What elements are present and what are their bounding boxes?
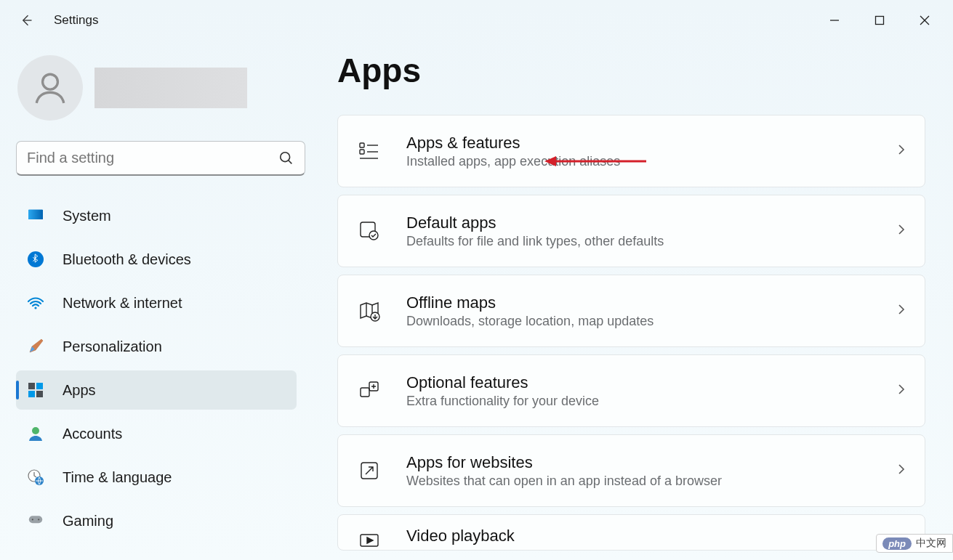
svg-rect-9	[28, 391, 35, 397]
sidebar-item-label: Gaming	[63, 513, 113, 529]
apps-websites-icon	[355, 457, 383, 484]
search-icon	[278, 150, 294, 166]
sidebar-item-system[interactable]: System	[16, 196, 297, 235]
optional-features-icon	[355, 377, 383, 405]
user-name-redacted	[95, 68, 247, 108]
svg-rect-14	[29, 516, 42, 523]
card-title: Default apps	[406, 214, 664, 232]
titlebar: Settings	[0, 0, 953, 41]
svg-point-5	[28, 251, 44, 267]
user-icon	[32, 70, 68, 106]
sidebar-item-bluetooth[interactable]: Bluetooth & devices	[16, 240, 297, 279]
card-desc: Defaults for file and link types, other …	[406, 234, 664, 249]
main-content: Apps Apps & features Installed apps, app…	[313, 41, 953, 560]
default-apps-icon	[355, 217, 383, 245]
card-video-playback[interactable]: Video playback	[337, 514, 925, 551]
page-title: Apps	[337, 51, 925, 90]
sidebar-item-gaming[interactable]: Gaming	[16, 501, 297, 540]
card-title: Apps & features	[406, 134, 620, 153]
minimize-button[interactable]	[812, 6, 857, 35]
card-desc: Extra functionality for your device	[406, 394, 599, 409]
sidebar-item-label: Time & language	[63, 469, 172, 486]
sidebar-item-network[interactable]: Network & internet	[16, 283, 297, 322]
video-icon	[355, 527, 383, 551]
watermark-badge: php	[882, 537, 912, 550]
clock-globe-icon	[26, 468, 45, 487]
card-offline-maps[interactable]: Offline maps Downloads, storage location…	[337, 275, 925, 347]
svg-point-11	[32, 427, 39, 434]
chevron-right-icon	[896, 384, 907, 398]
svg-rect-7	[28, 383, 35, 389]
gamepad-icon	[26, 511, 45, 530]
back-arrow-icon	[19, 13, 33, 28]
apps-list-icon	[355, 137, 383, 165]
svg-point-16	[38, 519, 39, 520]
avatar	[17, 55, 83, 121]
card-optional-features[interactable]: Optional features Extra functionality fo…	[337, 354, 925, 427]
sidebar-item-apps[interactable]: Apps	[16, 370, 297, 410]
sidebar-item-label: Apps	[63, 382, 96, 399]
card-apps-websites[interactable]: Apps for websites Websites that can open…	[337, 434, 925, 507]
chevron-right-icon	[896, 304, 907, 318]
sidebar: System Bluetooth & devices Network & int…	[0, 41, 313, 560]
display-icon	[26, 206, 45, 225]
svg-point-15	[32, 519, 33, 520]
chevron-right-icon	[896, 144, 907, 158]
watermark-text: 中文网	[916, 537, 946, 550]
bluetooth-icon	[26, 250, 45, 269]
wifi-icon	[26, 293, 45, 312]
svg-rect-0	[876, 17, 884, 25]
close-button[interactable]	[902, 6, 947, 35]
svg-point-2	[281, 152, 290, 161]
profile-section[interactable]	[17, 55, 297, 121]
card-apps-features[interactable]: Apps & features Installed apps, app exec…	[337, 115, 925, 187]
svg-rect-4	[28, 210, 43, 219]
card-title: Optional features	[406, 373, 599, 392]
chevron-right-icon	[896, 463, 907, 478]
chevron-right-icon	[896, 224, 907, 238]
card-title: Video playback	[406, 527, 515, 545]
person-icon	[26, 424, 45, 443]
svg-rect-18	[360, 150, 364, 154]
svg-rect-10	[36, 391, 43, 397]
sidebar-item-accounts[interactable]: Accounts	[16, 414, 297, 453]
sidebar-item-label: Personalization	[63, 338, 162, 355]
app-title: Settings	[54, 13, 98, 28]
card-desc: Websites that can open in an app instead…	[406, 474, 722, 489]
card-desc: Installed apps, app execution aliases	[406, 154, 620, 169]
svg-rect-25	[361, 388, 369, 397]
svg-point-6	[34, 307, 36, 309]
sidebar-item-label: Bluetooth & devices	[63, 251, 191, 268]
svg-rect-8	[36, 383, 43, 389]
sidebar-item-personalization[interactable]: Personalization	[16, 327, 297, 366]
card-default-apps[interactable]: Default apps Defaults for file and link …	[337, 195, 925, 267]
card-desc: Downloads, storage location, map updates	[406, 314, 654, 329]
maximize-button[interactable]	[857, 6, 902, 35]
search-input[interactable]	[27, 150, 278, 166]
svg-point-23	[369, 231, 378, 240]
back-button[interactable]	[12, 6, 41, 35]
sidebar-item-label: Network & internet	[63, 295, 182, 312]
sidebar-item-label: Accounts	[63, 426, 122, 442]
sidebar-item-label: System	[63, 208, 111, 224]
card-title: Offline maps	[406, 293, 654, 312]
svg-rect-17	[360, 143, 364, 147]
watermark: php 中文网	[876, 534, 953, 553]
card-title: Apps for websites	[406, 453, 722, 472]
brush-icon	[26, 337, 45, 356]
search-box[interactable]	[16, 141, 305, 176]
apps-icon	[26, 381, 45, 399]
svg-point-1	[43, 74, 58, 89]
sidebar-item-time-language[interactable]: Time & language	[16, 458, 297, 497]
window-controls	[812, 6, 947, 35]
map-icon	[355, 297, 383, 325]
